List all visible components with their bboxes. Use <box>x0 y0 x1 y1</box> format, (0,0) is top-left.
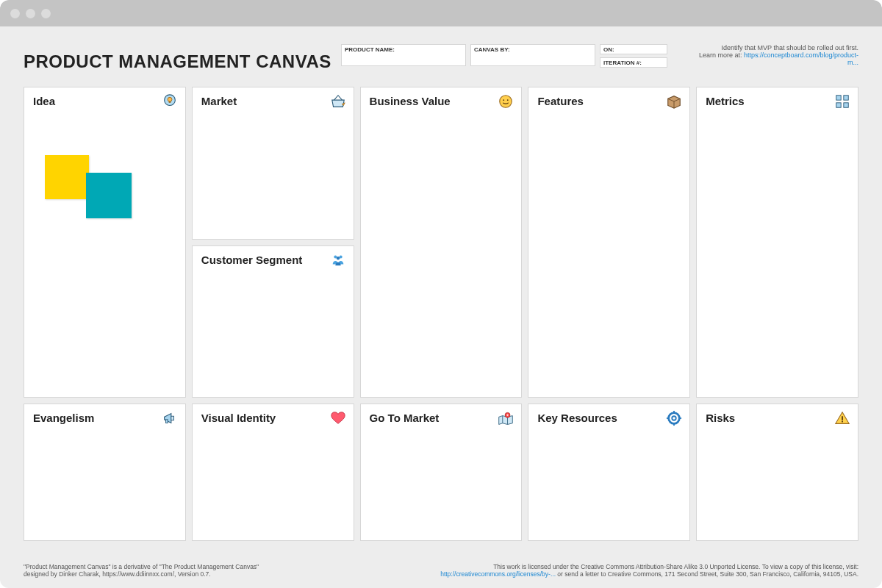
meta-block: PRODUCT NAME: CANVAS BY: ON: ITERATION #… <box>341 44 858 68</box>
card-market[interactable]: Market <box>192 87 354 240</box>
hint-line1: Identify that MVP that should be rolled … <box>722 44 858 51</box>
canvas-by-field[interactable]: CANVAS BY: <box>470 44 595 66</box>
card-title-idea: Idea <box>33 95 176 107</box>
svg-rect-13 <box>844 103 848 107</box>
svg-point-7 <box>500 96 512 108</box>
card-title-keyres: Key Resources <box>537 412 681 424</box>
svg-point-9 <box>507 99 509 101</box>
canvas-grid: Idea Market Customer Segment <box>24 87 858 541</box>
card-idea[interactable]: Idea <box>24 87 186 398</box>
footer-right-prefix: This work is licensed under the Creative… <box>493 563 858 570</box>
footer-left-line1: "Product Management Canvas" is a derivat… <box>24 563 259 570</box>
basket-icon <box>330 93 346 110</box>
sticky-note-yellow[interactable] <box>45 155 89 199</box>
warning-icon <box>834 410 850 426</box>
footer-license: This work is licensed under the Creative… <box>440 563 858 578</box>
card-title-evangelism: Evangelism <box>33 412 176 424</box>
canvas-content: PRODUCT MANAGEMENT CANVAS PRODUCT NAME: … <box>0 26 882 588</box>
on-field[interactable]: ON: <box>600 44 667 54</box>
svg-point-4 <box>334 255 337 258</box>
product-name-field[interactable]: PRODUCT NAME: <box>341 44 466 66</box>
people-icon <box>330 252 346 268</box>
gear-icon <box>666 410 682 426</box>
card-business-value[interactable]: Business Value <box>360 87 523 398</box>
svg-rect-23 <box>679 417 682 419</box>
svg-rect-2 <box>168 101 171 103</box>
app-window: PRODUCT MANAGEMENT CANVAS PRODUCT NAME: … <box>0 0 882 588</box>
card-evangelism[interactable]: Evangelism <box>24 404 186 541</box>
card-metrics[interactable]: Metrics <box>696 87 858 398</box>
iteration-label: ITERATION #: <box>600 58 645 66</box>
hint-link[interactable]: https://conceptboard.com/blog/product-m.… <box>744 51 858 66</box>
megaphone-icon <box>162 410 178 426</box>
svg-rect-21 <box>673 423 675 426</box>
svg-point-17 <box>507 415 509 416</box>
hint-text: Identify that MVP that should be rolled … <box>689 44 858 66</box>
card-visual-identity[interactable]: Visual Identity <box>192 404 354 541</box>
footer-attribution: "Product Management Canvas" is a derivat… <box>24 563 259 578</box>
svg-point-5 <box>339 255 342 258</box>
footer: "Product Management Canvas" is a derivat… <box>24 563 858 578</box>
footer-left-line2: designed by Dinker Charak, https://www.d… <box>24 570 211 578</box>
sticky-note-teal[interactable] <box>86 173 132 218</box>
iteration-field[interactable]: ITERATION #: <box>600 57 667 68</box>
svg-rect-12 <box>836 103 841 107</box>
svg-point-19 <box>672 416 676 420</box>
svg-rect-25 <box>842 421 843 423</box>
window-titlebar <box>0 0 882 26</box>
map-pin-icon <box>498 410 514 426</box>
card-title-gotomarket: Go To Market <box>370 412 513 424</box>
card-title-visualid: Visual Identity <box>201 412 345 424</box>
header-row: PRODUCT MANAGEMENT CANVAS PRODUCT NAME: … <box>24 44 858 72</box>
footer-right-suffix: or send a letter to Creative Commons, 17… <box>556 570 858 578</box>
page-title: PRODUCT MANAGEMENT CANVAS <box>24 51 331 72</box>
svg-point-1 <box>168 97 172 101</box>
card-go-to-market[interactable]: Go To Market <box>360 404 523 541</box>
smiley-icon <box>498 93 514 110</box>
grid-squares-icon <box>834 93 850 110</box>
svg-rect-22 <box>667 417 670 419</box>
card-key-resources[interactable]: Key Resources <box>528 404 690 541</box>
svg-rect-14 <box>171 416 174 420</box>
window-close-icon[interactable] <box>10 9 20 18</box>
svg-point-6 <box>336 257 339 259</box>
card-title-market: Market <box>201 95 345 107</box>
svg-point-8 <box>503 99 505 101</box>
svg-rect-10 <box>836 96 841 100</box>
box-icon <box>666 93 682 110</box>
card-title-metrics: Metrics <box>706 95 849 107</box>
heart-icon <box>330 410 346 426</box>
svg-rect-11 <box>844 96 848 100</box>
on-label: ON: <box>600 45 617 53</box>
card-title-features: Features <box>537 95 681 107</box>
card-title-bizval: Business Value <box>370 95 513 107</box>
svg-rect-24 <box>842 416 843 420</box>
window-minimize-icon[interactable] <box>26 9 35 18</box>
window-maximize-icon[interactable] <box>41 9 51 18</box>
card-features[interactable]: Features <box>528 87 690 398</box>
svg-rect-15 <box>165 420 168 423</box>
footer-license-link[interactable]: http://creativecommons.org/licenses/by-.… <box>440 570 556 578</box>
hint-prefix: Learn more at: <box>699 51 744 59</box>
card-title-risks: Risks <box>706 412 849 424</box>
product-name-label: PRODUCT NAME: <box>342 45 398 53</box>
svg-rect-20 <box>673 411 675 414</box>
canvas-by-label: CANVAS BY: <box>471 45 513 53</box>
card-customer-segment[interactable]: Customer Segment <box>192 245 354 398</box>
card-title-segment: Customer Segment <box>201 254 345 266</box>
card-risks[interactable]: Risks <box>696 404 858 541</box>
lightbulb-head-icon <box>162 93 178 110</box>
